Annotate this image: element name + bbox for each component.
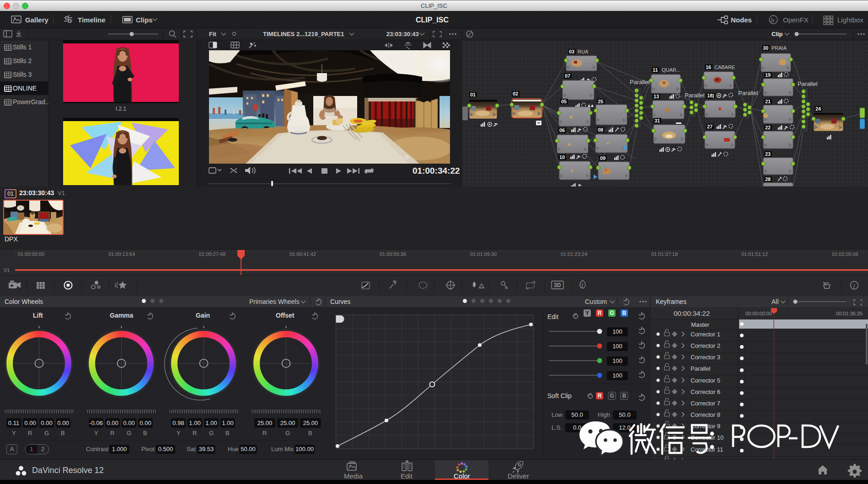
svg-text:TIMELINES 2...1219_PARTE1: TIMELINES 2...1219_PARTE1 bbox=[263, 31, 344, 37]
svg-text:CABARE: CABARE bbox=[714, 64, 735, 70]
svg-text:08: 08 bbox=[598, 127, 603, 133]
svg-text:Y: Y bbox=[585, 310, 589, 316]
svg-text:10: 10 bbox=[559, 154, 565, 160]
svg-text:01:01:37:18: 01:01:37:18 bbox=[651, 251, 678, 257]
svg-text:Parallel: Parallel bbox=[798, 80, 817, 87]
svg-text:25: 25 bbox=[598, 99, 603, 104]
svg-text:28: 28 bbox=[765, 176, 771, 182]
svg-text:Parallel: Parallel bbox=[691, 365, 710, 372]
svg-text:Fit: Fit bbox=[209, 31, 217, 37]
svg-text:16: 16 bbox=[706, 64, 711, 70]
svg-text:13: 13 bbox=[654, 94, 659, 99]
svg-text:Parallel: Parallel bbox=[685, 92, 704, 99]
svg-text:Corrector 2: Corrector 2 bbox=[691, 342, 720, 349]
svg-text:05: 05 bbox=[561, 99, 567, 104]
svg-text:24: 24 bbox=[815, 106, 821, 112]
svg-text:23: 23 bbox=[765, 151, 771, 157]
svg-text:Parallel: Parallel bbox=[630, 79, 649, 85]
svg-text:i: i bbox=[853, 282, 855, 289]
svg-text:19: 19 bbox=[765, 72, 771, 78]
svg-text:01:00:34:22: 01:00:34:22 bbox=[413, 166, 460, 176]
svg-text:01:00:13:54: 01:00:13:54 bbox=[108, 251, 135, 257]
svg-text:Color: Color bbox=[454, 472, 470, 480]
svg-text:01:00:27:48: 01:00:27:48 bbox=[199, 251, 225, 257]
svg-text:fx: fx bbox=[771, 17, 775, 23]
svg-text:01:00:41:42: 01:00:41:42 bbox=[289, 251, 316, 257]
svg-text:21: 21 bbox=[765, 99, 771, 104]
svg-text:3D: 3D bbox=[554, 282, 561, 288]
svg-text:R: R bbox=[598, 393, 602, 399]
svg-text:06: 06 bbox=[559, 128, 565, 133]
svg-text:Master: Master bbox=[691, 321, 709, 328]
svg-text:Parallel: Parallel bbox=[738, 90, 758, 96]
svg-text:Media: Media bbox=[344, 472, 363, 480]
svg-text:22: 22 bbox=[765, 125, 771, 130]
svg-text:Corrector 3: Corrector 3 bbox=[691, 354, 720, 361]
svg-text:QUAR...: QUAR... bbox=[662, 67, 680, 73]
svg-text:03: 03 bbox=[569, 49, 574, 54]
svg-text:Deliver: Deliver bbox=[508, 472, 529, 480]
svg-text:G: G bbox=[610, 310, 614, 316]
svg-text:V1: V1 bbox=[4, 267, 10, 273]
svg-text:RUA: RUA bbox=[578, 49, 589, 54]
svg-text:01:02:05:06: 01:02:05:06 bbox=[832, 251, 858, 257]
svg-text:Corrector 7: Corrector 7 bbox=[691, 400, 720, 407]
svg-text:G: G bbox=[610, 393, 614, 399]
svg-text:01:01:51:12: 01:01:51:12 bbox=[741, 251, 768, 257]
svg-text:27: 27 bbox=[707, 124, 713, 129]
svg-text:01:01:09:30: 01:01:09:30 bbox=[470, 251, 497, 257]
svg-text:23:03:30:43: 23:03:30:43 bbox=[386, 31, 419, 37]
svg-text:R: R bbox=[598, 310, 602, 316]
svg-text:01:00:55:36: 01:00:55:36 bbox=[380, 251, 406, 257]
svg-text:Corrector 5: Corrector 5 bbox=[691, 377, 720, 384]
svg-text:11: 11 bbox=[653, 67, 658, 73]
svg-text:30: 30 bbox=[763, 45, 768, 51]
svg-text:DaVinci Resolve 12: DaVinci Resolve 12 bbox=[32, 466, 104, 475]
svg-text:18|: 18| bbox=[707, 93, 714, 98]
svg-text:PRAIA: PRAIA bbox=[772, 45, 787, 51]
svg-text:07: 07 bbox=[565, 73, 570, 79]
svg-text:31: 31 bbox=[654, 118, 660, 123]
svg-text:B: B bbox=[622, 393, 627, 399]
svg-text:01:01:23:24: 01:01:23:24 bbox=[561, 251, 587, 257]
svg-text:B: B bbox=[622, 310, 627, 316]
svg-text:02: 02 bbox=[513, 91, 518, 96]
svg-text:Edit: Edit bbox=[401, 472, 413, 480]
svg-text:01:00:00:00: 01:00:00:00 bbox=[18, 251, 44, 257]
svg-text:Corrector 8: Corrector 8 bbox=[691, 411, 720, 418]
svg-text:Corrector 6: Corrector 6 bbox=[691, 388, 720, 395]
svg-text:01: 01 bbox=[470, 92, 476, 97]
svg-text:09: 09 bbox=[600, 155, 605, 161]
svg-text:Clip: Clip bbox=[772, 31, 783, 37]
svg-text:Corrector 1: Corrector 1 bbox=[691, 331, 720, 338]
